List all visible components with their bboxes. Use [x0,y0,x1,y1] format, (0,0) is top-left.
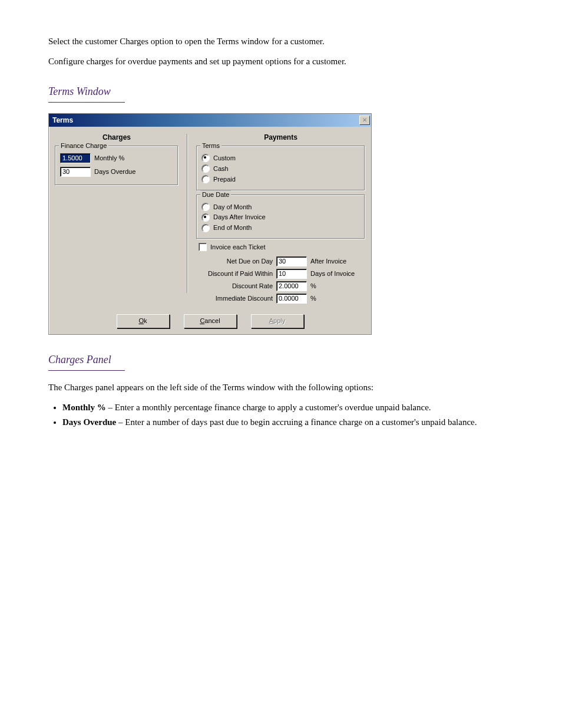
cancel-button[interactable]: Cancel [184,314,237,328]
radio-days-after-invoice[interactable]: Days After Invoice [201,213,360,222]
heading-underline [48,370,125,371]
intro-line-2: Configure charges for overdue payments a… [48,55,514,67]
discount-rate-input[interactable] [276,281,307,291]
radio-icon [201,203,210,211]
invoice-each-ticket-checkbox[interactable]: Invoice each Ticket [199,243,365,252]
terms-dialog: Terms ✕ Charges Finance Charge Monthly %… [48,113,372,335]
close-icon[interactable]: ✕ [359,116,370,125]
radio-prepaid-label: Prepaid [213,175,236,184]
radio-custom[interactable]: Custom [201,154,360,163]
radio-day-of-month[interactable]: Day of Month [201,203,360,212]
section-heading-terms: Terms Window [48,84,514,98]
discount-within-input[interactable] [276,269,307,279]
days-overdue-label: Days Overdue [94,167,135,176]
intro-line-1: Select the customer Charges option to op… [48,35,514,47]
checkbox-icon [199,243,207,251]
title-bar: Terms ✕ [49,114,371,127]
net-due-input[interactable] [276,256,307,266]
radio-cash[interactable]: Cash [201,164,360,173]
radio-icon [201,175,210,183]
bullet-monthly: Monthly % – Enter a monthly percentage f… [62,401,514,413]
radio-end-of-month-label: End of Month [213,223,252,232]
radio-icon [201,164,210,173]
radio-custom-label: Custom [213,154,236,163]
invoice-each-ticket-label: Invoice each Ticket [210,243,266,252]
radio-end-of-month[interactable]: End of Month [201,223,360,232]
net-due-suffix: After Invoice [307,257,346,266]
bullet-days-overdue: Days Overdue – Enter a number of days pa… [62,416,514,428]
radio-icon [201,224,210,232]
radio-days-after-invoice-label: Days After Invoice [213,213,266,222]
terms-legend: Terms [200,141,222,150]
immediate-discount-input[interactable] [276,294,307,304]
immediate-discount-label: Immediate Discount [196,294,276,303]
finance-charge-legend: Finance Charge [59,141,108,150]
radio-icon [201,154,210,162]
due-date-group: Due Date Day of Month Days After Invoice… [196,195,365,240]
discount-within-suffix: Days of Invoice [307,269,355,278]
days-overdue-input[interactable] [60,167,91,177]
ok-button[interactable]: Ok [117,314,170,328]
discount-within-label: Discount if Paid Within [196,269,276,278]
charges-intro: The Charges panel appears on the left si… [48,381,514,393]
finance-charge-group: Finance Charge Monthly % Days Overdue [55,146,178,186]
percent-label: % [307,294,316,303]
due-date-legend: Due Date [200,190,231,199]
monthly-percent-label: Monthly % [94,154,124,163]
window-title: Terms [52,116,73,125]
heading-underline [48,102,125,103]
apply-button: Apply [251,314,304,328]
monthly-percent-input[interactable] [60,153,91,163]
radio-icon [201,213,210,222]
net-due-label: Net Due on Day [196,257,276,266]
radio-cash-label: Cash [213,164,229,173]
payments-header: Payments [196,131,365,146]
discount-rate-label: Discount Rate [196,282,276,291]
section-heading-charges: Charges Panel [48,353,514,367]
charges-bullets: Monthly % – Enter a monthly percentage f… [48,401,514,428]
terms-group: Terms Custom Cash Prepaid [196,146,365,191]
radio-day-of-month-label: Day of Month [213,203,252,212]
percent-label: % [307,282,316,291]
radio-prepaid[interactable]: Prepaid [201,175,360,184]
